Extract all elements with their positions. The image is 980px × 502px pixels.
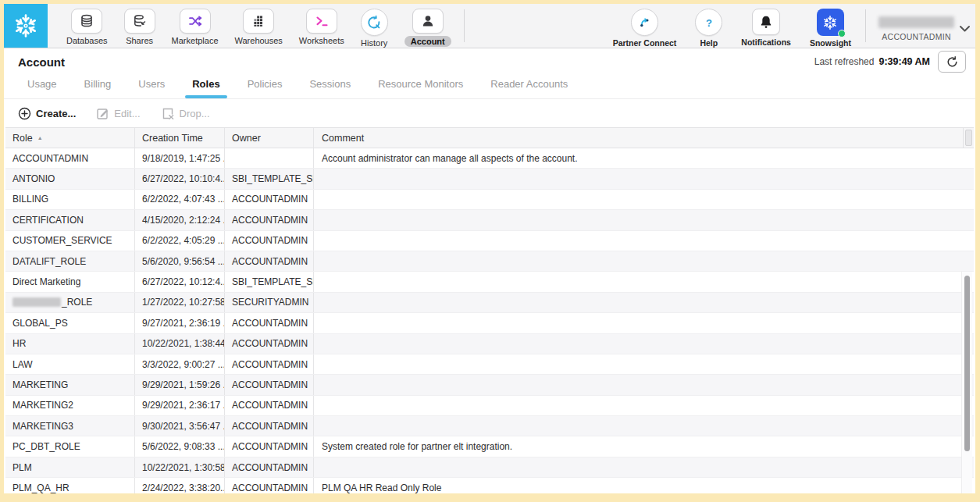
account-role-label: ACCOUNTADMIN <box>882 32 951 41</box>
edit-button[interactable]: Edit... <box>96 107 140 120</box>
nav-item-shares[interactable]: Shares <box>124 9 155 45</box>
table-row[interactable]: CERTIFICATION4/15/2020, 2:12:24 ...ACCOU… <box>5 210 974 230</box>
column-header-creation-time[interactable]: Creation Time <box>135 128 225 148</box>
tab-reader-accounts[interactable]: Reader Accounts <box>490 78 568 98</box>
table-row[interactable]: MARKETING39/30/2021, 3:56:47 ...ACCOUNTA… <box>5 416 974 436</box>
owner-cell: SBI_TEMPLATE_SN... <box>225 272 314 291</box>
nav-item-warehouses[interactable]: Warehouses <box>235 9 283 45</box>
table-row[interactable]: LAW3/3/2022, 9:00:27 ...ACCOUNTADMIN <box>5 354 974 375</box>
help-icon: ? <box>701 15 717 30</box>
refresh-icon <box>946 55 959 69</box>
drop-button[interactable]: Drop... <box>161 107 210 120</box>
table-row[interactable]: GLOBAL_PS9/27/2021, 2:36:19 ...ACCOUNTAD… <box>5 313 974 333</box>
nav-item-history[interactable]: History <box>361 9 388 48</box>
tab-usage[interactable]: Usage <box>27 78 57 98</box>
table-row[interactable]: MARKETING9/29/2021, 1:59:26 ...ACCOUNTAD… <box>5 375 974 395</box>
owner-cell: ACCOUNTADMIN <box>225 251 314 271</box>
nav-item-partner-connect[interactable]: Partner Connect <box>613 9 677 48</box>
nav-label: Worksheets <box>299 36 344 45</box>
tab-sessions[interactable]: Sessions <box>309 78 351 98</box>
tab-billing[interactable]: Billing <box>84 78 112 98</box>
table-row[interactable]: PLM_QA_HR2/24/2022, 3:38:20...ACCOUNTADM… <box>5 478 974 493</box>
column-header-role[interactable]: Role▲ <box>5 128 135 148</box>
table-row[interactable]: ANTONIO6/27/2022, 10:10:4...SBI_TEMPLATE… <box>5 169 974 189</box>
databases-icon <box>79 13 94 29</box>
role-cell: CERTIFICATION <box>5 210 135 230</box>
creation-time-cell: 1/27/2022, 10:27:58... <box>135 293 225 312</box>
creation-time-cell: 5/6/2022, 9:08:33 ... <box>135 436 225 456</box>
comment-cell <box>314 457 974 477</box>
creation-time-cell: 2/24/2022, 3:38:20... <box>135 478 225 493</box>
table-row[interactable]: MARKETING29/29/2021, 2:36:17 ...ACCOUNTA… <box>5 396 974 416</box>
nav-item-marketplace[interactable]: Marketplace <box>172 9 219 45</box>
owner-cell: ACCOUNTADMIN <box>225 190 314 209</box>
comment-cell <box>314 293 974 312</box>
table-row[interactable]: Direct Marketing6/27/2022, 10:12:4...SBI… <box>5 272 974 292</box>
comment-cell <box>314 169 974 188</box>
comment-cell <box>314 251 974 271</box>
owner-cell: ACCOUNTADMIN <box>225 457 314 477</box>
sort-asc-icon: ▲ <box>37 135 43 141</box>
drop-icon <box>161 107 175 120</box>
history-icon <box>366 15 382 30</box>
table-row[interactable]: PLM10/22/2021, 1:30:58...ACCOUNTADMIN <box>5 457 974 478</box>
vertical-scrollbar-track[interactable] <box>961 272 972 493</box>
owner-cell: ACCOUNTADMIN <box>225 436 314 456</box>
role-cell: PC_DBT_ROLE <box>5 436 135 456</box>
nav-label: Shares <box>126 36 153 45</box>
snowsight-status-dot <box>838 30 846 37</box>
nav-label: Partner Connect <box>613 38 677 48</box>
nav-item-notifications[interactable]: Notifications <box>741 9 791 47</box>
tab-bar: Usage Billing Users Roles Policies Sessi… <box>4 75 975 99</box>
column-header-comment[interactable]: Comment <box>314 128 963 148</box>
table-row[interactable]: _ROLE1/27/2022, 10:27:58...SECURITYADMIN <box>5 293 974 313</box>
account-icon <box>420 13 436 29</box>
chevron-down-icon[interactable] <box>959 25 971 33</box>
creation-time-cell: 10/22/2021, 1:30:58... <box>135 457 225 477</box>
vertical-scrollbar-thumb[interactable] <box>964 276 970 451</box>
creation-time-cell: 9/27/2021, 2:36:19 ... <box>135 313 225 333</box>
table-row[interactable]: CUSTOMER_SERVICE6/2/2022, 4:05:29 ...ACC… <box>5 231 974 251</box>
role-cell: _ROLE <box>5 293 135 312</box>
refresh-button[interactable] <box>938 51 966 73</box>
creation-time-cell: 4/15/2020, 2:12:24 ... <box>135 210 225 230</box>
role-cell: MARKETING2 <box>5 396 135 415</box>
nav-label: Help <box>700 38 718 48</box>
table-row[interactable]: DATALIFT_ROLE5/6/2020, 9:56:54 ...ACCOUN… <box>5 251 974 272</box>
snowflake-logo[interactable] <box>4 4 48 48</box>
table-row[interactable]: ACCOUNTADMIN9/18/2019, 1:47:25 ...Accoun… <box>5 148 974 169</box>
owner-cell: SBI_TEMPLATE_SN... <box>225 169 314 188</box>
tab-resource-monitors[interactable]: Resource Monitors <box>378 78 463 98</box>
comment-cell <box>314 396 974 415</box>
account-menu[interactable]: ACCOUNTADMIN <box>866 4 971 48</box>
owner-cell: ACCOUNTADMIN <box>225 334 314 354</box>
edit-pencil-icon <box>96 107 109 120</box>
comment-cell <box>314 313 974 333</box>
table-row[interactable]: PC_DBT_ROLE5/6/2022, 9:08:33 ...ACCOUNTA… <box>5 436 974 457</box>
comment-cell <box>314 375 974 394</box>
app-window: Databases Shares Marketplace <box>4 4 975 493</box>
tab-roles[interactable]: Roles <box>192 78 219 98</box>
role-cell: CUSTOMER_SERVICE <box>5 231 135 251</box>
column-header-owner[interactable]: Owner <box>225 128 314 148</box>
shares-icon <box>132 13 148 29</box>
owner-cell: ACCOUNTADMIN <box>225 313 314 333</box>
page-header: Account Last refreshed 9:39:49 AM <box>4 48 975 75</box>
creation-time-cell: 9/29/2021, 1:59:26 ... <box>135 375 225 394</box>
nav-item-snowsight[interactable]: Snowsight <box>810 9 851 48</box>
create-button[interactable]: Create... <box>18 107 76 120</box>
role-cell: LAW <box>5 354 135 374</box>
marketplace-icon <box>187 13 203 29</box>
nav-item-help[interactable]: ? Help <box>695 9 722 48</box>
owner-cell: ACCOUNTADMIN <box>225 354 314 374</box>
nav-item-account[interactable]: Account <box>404 9 451 47</box>
table-row[interactable]: BILLING6/2/2022, 4:07:43 ...ACCOUNTADMIN <box>5 190 974 210</box>
comment-cell <box>314 416 974 436</box>
role-cell: Direct Marketing <box>5 272 135 291</box>
nav-item-databases[interactable]: Databases <box>66 9 108 45</box>
role-cell: ACCOUNTADMIN <box>5 148 135 168</box>
tab-policies[interactable]: Policies <box>248 78 283 98</box>
nav-item-worksheets[interactable]: Worksheets <box>299 9 344 45</box>
table-row[interactable]: HR10/22/2021, 1:38:44...ACCOUNTADMIN <box>5 334 974 354</box>
tab-users[interactable]: Users <box>138 78 165 98</box>
